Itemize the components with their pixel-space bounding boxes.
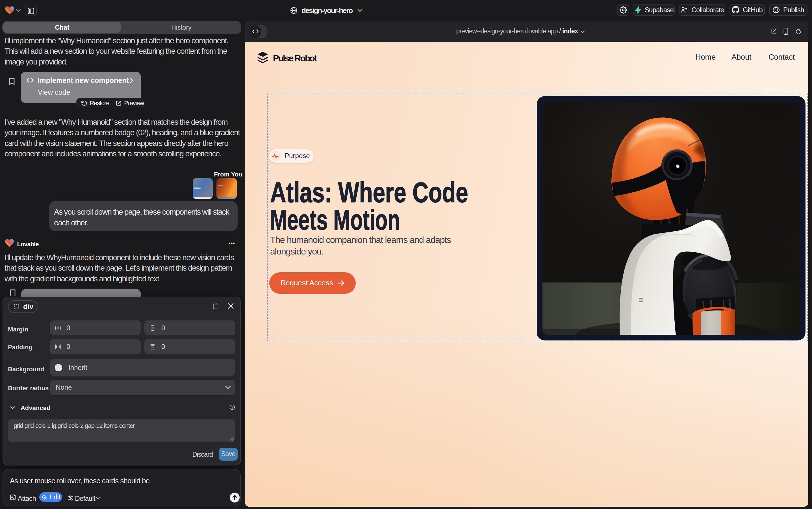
svg-text:Atlas: Where Code: Atlas: Where Code [270,176,468,208]
svg-text:Meets Motion: Meets Motion [270,204,400,236]
